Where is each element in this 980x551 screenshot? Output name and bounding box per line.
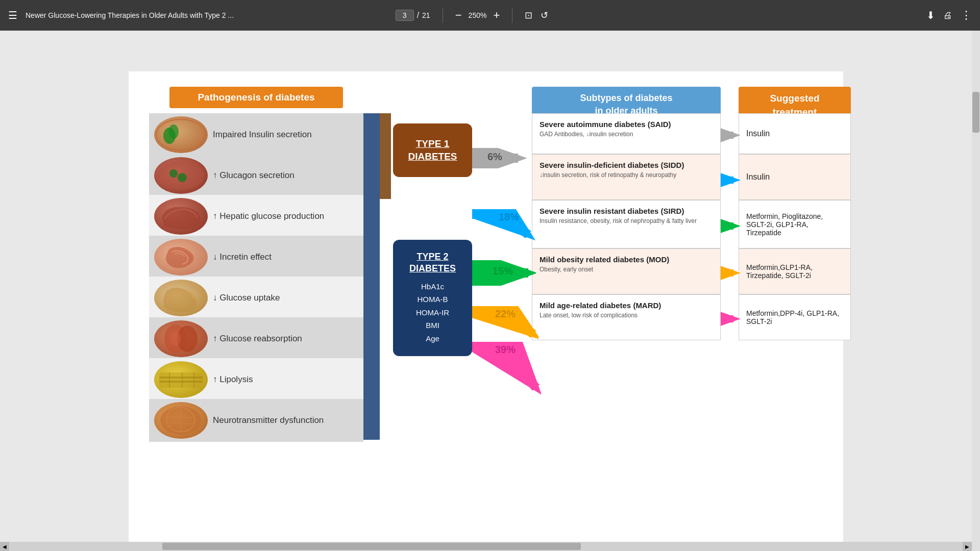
- path-text-4: ↓ Incretin effect: [213, 252, 277, 262]
- subtype-name-mod: Mild obesity related diabetes (MOD): [540, 255, 713, 264]
- treatment-row-5: Metformin,DPP-4i, GLP1-RA, SGLT-2i: [739, 294, 851, 340]
- document-title: Newer Glucose-Lowering Therapies in Olde…: [26, 11, 387, 19]
- svg-point-5: [178, 173, 187, 182]
- path-text-2: ↑ Glucagon secretion: [213, 170, 300, 181]
- zoom-controls: − 250% +: [455, 10, 500, 21]
- subtype-desc-said: GAD Antibodies, ↓insulin secretion: [540, 131, 713, 138]
- print-button[interactable]: 🖨: [943, 10, 952, 21]
- subtype-desc-mod: Obesity, early onset: [540, 266, 713, 273]
- path-item-8: Neurotransmitter dysfunction: [149, 399, 363, 442]
- toolbar-divider-2: [512, 8, 512, 23]
- type2-diabetes-box: TYPE 2 DIABETES HbA1cHOMA-BHOMA-IRBMIAge: [393, 240, 472, 356]
- svg-rect-11: [159, 381, 203, 383]
- content-area: Pathogenesis of diabetes Impaired Insuli…: [0, 31, 972, 551]
- treatment-text-1: Insulin: [746, 129, 770, 138]
- scroll-right-button[interactable]: ▶: [963, 542, 972, 551]
- path-text-8: Neurotransmitter dysfunction: [213, 415, 329, 425]
- arrow-sird-treatment: [721, 218, 741, 236]
- treatment-text-2: Insulin: [746, 172, 770, 182]
- svg-point-8: [170, 332, 181, 346]
- page-separator: /: [417, 11, 419, 20]
- path-item-7: ↑ Lipolysis: [149, 358, 363, 401]
- arrow-type2-sidd: 18%: [472, 209, 536, 247]
- svg-rect-9: [159, 372, 203, 388]
- svg-point-4: [169, 169, 178, 178]
- subtype-desc-sidd: ↓insulin secretion, risk of retinopathy …: [540, 171, 713, 179]
- page-nav: / 21: [396, 10, 430, 21]
- arrow-said-treatment: [721, 128, 741, 145]
- bottom-scrollbar[interactable]: ◀ ▶: [0, 542, 972, 551]
- organ-brain: [154, 402, 208, 439]
- path-text-5: ↓ Glucose uptake: [213, 293, 285, 303]
- subtype-row-sird: Severe insulin resistant diabetes (SIRD)…: [532, 200, 721, 248]
- fit-page-button[interactable]: ⊡: [525, 10, 532, 21]
- menu-icon[interactable]: ☰: [8, 9, 17, 21]
- path-item-6: ↑ Glucose reabsorption: [149, 317, 363, 360]
- organ-islets: [154, 157, 208, 194]
- type1-diabetes-box: TYPE 1 DIABETES: [393, 123, 472, 177]
- subtype-desc-sird: Insulin resistance, obesity, risk of nep…: [540, 217, 713, 224]
- page-number-input[interactable]: [396, 10, 414, 21]
- arrow-mard-treatment: [721, 311, 741, 329]
- arrow-type1-said: 6%: [472, 148, 533, 170]
- treatment-row-3: Metformin, Pioglitazone, SGLT-2i, GLP1-R…: [739, 200, 851, 248]
- treatment-text-4: Metformin,GLP1-RA, Tirzepatide, SGLT-2i: [746, 263, 843, 280]
- brown-connector-bar: [380, 113, 391, 199]
- subtype-row-mod: Mild obesity related diabetes (MOD) Obes…: [532, 248, 721, 294]
- treatment-text-3: Metformin, Pioglitazone, SGLT-2i, GLP1-R…: [746, 212, 843, 237]
- arrow-type2-mard: 39%: [472, 342, 541, 400]
- right-scrollbar[interactable]: [972, 31, 980, 551]
- organ-liver: [154, 198, 208, 235]
- organ-gut: [154, 239, 208, 276]
- organ-kidney: [154, 320, 208, 357]
- subtype-name-mard: Mild age-related diabetes (MARD): [540, 301, 713, 310]
- subtype-row-mard: Mild age-related diabetes (MARD) Late on…: [532, 294, 721, 340]
- toolbar: ☰ Newer Glucose-Lowering Therapies in Ol…: [0, 0, 980, 31]
- arrow-sidd-treatment: [721, 172, 741, 190]
- arrow-type2-mod: 22%: [472, 306, 538, 344]
- scroll-thumb[interactable]: [162, 543, 581, 550]
- center-blue-bar: [363, 113, 380, 440]
- treatment-text-5: Metformin,DPP-4i, GLP1-RA, SGLT-2i: [746, 309, 843, 325]
- subtype-name-said: Severe autoimmune diabetes (SAID): [540, 120, 713, 129]
- path-item-1: Impaired Insulin secretion: [149, 113, 363, 156]
- path-text-1: Impaired Insulin secretion: [213, 130, 317, 140]
- path-text-3: ↑ Hepatic glucose production: [213, 211, 329, 221]
- path-text-6: ↑ Glucose reabsorption: [213, 334, 307, 344]
- subtype-row-said: Severe autoimmune diabetes (SAID) GAD An…: [532, 113, 721, 154]
- diagram: Pathogenesis of diabetes Impaired Insuli…: [149, 87, 813, 469]
- download-button[interactable]: ⬇: [926, 9, 935, 21]
- treatment-row-1: Insulin: [739, 113, 851, 154]
- subtype-desc-mard: Late onset, low risk of complications: [540, 312, 713, 319]
- zoom-out-button[interactable]: −: [455, 10, 462, 21]
- treatment-row-4: Metformin,GLP1-RA, Tirzepatide, SGLT-2i: [739, 248, 851, 294]
- zoom-in-button[interactable]: +: [494, 10, 500, 21]
- arrow-type2-sird: 15%: [472, 260, 536, 288]
- svg-rect-10: [159, 377, 203, 379]
- arrow-mod-treatment: [721, 265, 741, 283]
- path-item-4: ↓ Incretin effect: [149, 236, 363, 279]
- scroll-left-button[interactable]: ◀: [0, 542, 9, 551]
- zoom-value: 250%: [466, 11, 489, 19]
- path-item-5: ↓ Glucose uptake: [149, 277, 363, 319]
- subtype-name-sird: Severe insulin resistant diabetes (SIRD): [540, 207, 713, 215]
- type2-metrics: HbA1cHOMA-BHOMA-IRBMIAge: [399, 280, 466, 345]
- organ-fat: [154, 361, 208, 398]
- treatment-row-2: Insulin: [739, 154, 851, 200]
- path-text-7: ↑ Lipolysis: [213, 374, 258, 385]
- page-total: 21: [422, 11, 430, 19]
- more-options-button[interactable]: ⋮: [961, 9, 972, 22]
- organ-muscle: [154, 280, 208, 316]
- scroll-track: [9, 542, 963, 551]
- path-item-2: ↑ Glucagon secretion: [149, 154, 363, 197]
- organ-pancreas: [154, 116, 208, 153]
- path-item-3: ↑ Hepatic glucose production: [149, 195, 363, 238]
- svg-point-2: [168, 124, 179, 139]
- toolbar-divider-1: [443, 8, 443, 23]
- subtype-name-sidd: Severe insulin-deficient diabetes (SIDD): [540, 161, 713, 169]
- pathogenesis-header: Pathogenesis of diabetes: [169, 87, 343, 108]
- subtype-row-sidd: Severe insulin-deficient diabetes (SIDD)…: [532, 154, 721, 200]
- rotate-button[interactable]: ↺: [541, 10, 548, 21]
- pdf-page: Pathogenesis of diabetes Impaired Insuli…: [129, 71, 843, 551]
- right-scroll-thumb[interactable]: [972, 92, 979, 133]
